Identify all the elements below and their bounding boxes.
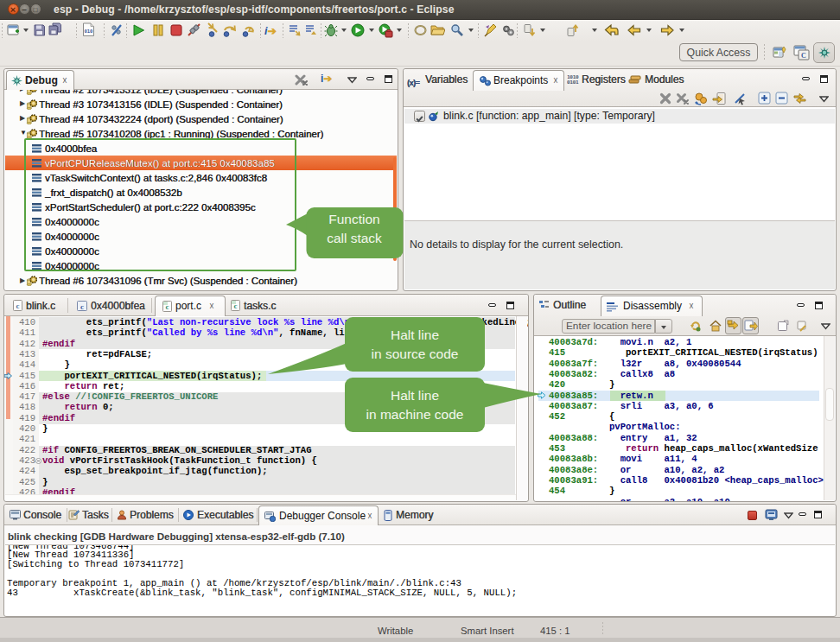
svg-text:in source code: in source code xyxy=(372,346,459,361)
svg-text:call stack: call stack xyxy=(327,231,382,245)
svg-text:Halt line: Halt line xyxy=(391,327,439,342)
svg-text:0101: 0101 xyxy=(567,79,578,85)
svg-text:010: 010 xyxy=(85,29,93,34)
svg-text:c: c xyxy=(80,302,84,311)
svg-text:C: C xyxy=(801,52,806,60)
svg-text:Halt line: Halt line xyxy=(391,388,439,403)
svg-text:Function: Function xyxy=(328,212,379,226)
svg-text:in machine code: in machine code xyxy=(366,407,464,422)
svg-text:c: c xyxy=(16,302,20,310)
